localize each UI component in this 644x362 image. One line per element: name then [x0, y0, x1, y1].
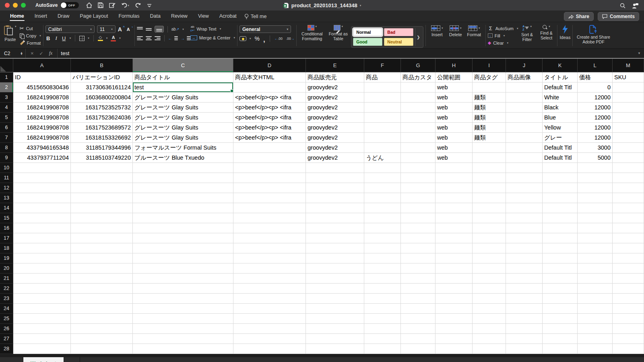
cell-C4[interactable]: グレースーツ Glay Suits	[133, 103, 233, 113]
cell-I26[interactable]	[473, 324, 506, 334]
cell-I6[interactable]: 麺類	[473, 123, 506, 133]
cell-C6[interactable]: グレースーツ Glay Suits	[133, 123, 233, 133]
column-header-H[interactable]: H	[436, 59, 473, 72]
cell-H12[interactable]	[436, 183, 473, 193]
cell-B3[interactable]: 16036800200804	[71, 93, 133, 103]
cell-K1[interactable]: タイトル	[543, 72, 578, 82]
tab-acrobat[interactable]: Acrobat	[214, 11, 242, 21]
cell-A3[interactable]: 1682419908708	[13, 93, 71, 103]
cell-I4[interactable]: 麺類	[473, 103, 506, 113]
cell-J4[interactable]	[506, 103, 543, 113]
cell-I17[interactable]	[473, 233, 506, 243]
cell-M6[interactable]	[613, 123, 644, 133]
cell-K28[interactable]	[543, 344, 578, 354]
cell-J25[interactable]	[506, 314, 543, 324]
cell-M14[interactable]	[613, 203, 644, 213]
cell-A5[interactable]: 1682419908708	[13, 113, 71, 123]
cell-B19[interactable]	[71, 253, 133, 263]
row-header-14[interactable]: 14	[0, 203, 13, 213]
italic-button[interactable]: I	[54, 35, 58, 41]
tell-me-button[interactable]: Tell me	[244, 14, 267, 19]
cell-L4[interactable]: 12000	[578, 103, 613, 113]
cell-D9[interactable]	[233, 153, 306, 163]
autosum-button[interactable]: Σ AutoSum ▾	[488, 25, 518, 31]
cell-F28[interactable]	[364, 344, 401, 354]
cell-D22[interactable]	[233, 284, 306, 294]
cell-K18[interactable]	[543, 243, 578, 253]
cell-I15[interactable]	[473, 213, 506, 223]
decrease-indent-button[interactable]: ←	[168, 35, 178, 41]
cell-K4[interactable]: Black	[543, 103, 578, 113]
style-chip-neutral[interactable]: Neutral	[384, 38, 413, 46]
row-header-28[interactable]: 28	[0, 344, 13, 354]
cell-F27[interactable]	[364, 334, 401, 344]
cell-K23[interactable]	[543, 294, 578, 304]
cell-J11[interactable]	[506, 173, 543, 183]
cell-I7[interactable]: 麺類	[473, 133, 506, 143]
cell-K16[interactable]	[543, 223, 578, 233]
cell-L1[interactable]: 価格	[578, 72, 613, 82]
cell-K17[interactable]	[543, 233, 578, 243]
column-header-F[interactable]: F	[364, 59, 401, 72]
cell-A14[interactable]	[13, 203, 71, 213]
sheet-tab-worksheet[interactable]: Worksheet	[23, 357, 64, 362]
cell-K13[interactable]	[543, 193, 578, 203]
cell-A17[interactable]	[13, 233, 71, 243]
cell-D16[interactable]	[233, 223, 306, 233]
cell-G11[interactable]	[401, 173, 436, 183]
cell-L9[interactable]: 5000	[578, 153, 613, 163]
cell-L14[interactable]	[578, 203, 613, 213]
cell-A2[interactable]: 4515650830436	[13, 82, 71, 93]
cell-C19[interactable]	[133, 253, 233, 263]
cell-I23[interactable]	[473, 294, 506, 304]
cell-H23[interactable]	[436, 294, 473, 304]
cell-L26[interactable]	[578, 324, 613, 334]
cell-H26[interactable]	[436, 324, 473, 334]
cell-C11[interactable]	[133, 173, 233, 183]
cell-A7[interactable]: 1682419908708	[13, 133, 71, 143]
format-as-table-button[interactable]: ▾ Format as Table	[328, 24, 349, 41]
cell-C24[interactable]	[133, 304, 233, 314]
clear-button[interactable]: ◆ Clear ▾	[488, 40, 508, 46]
cell-A8[interactable]: 4337946165348	[13, 143, 71, 153]
cell-L27[interactable]	[578, 334, 613, 344]
cell-A21[interactable]	[13, 274, 71, 284]
cell-E17[interactable]	[306, 233, 364, 243]
cell-M28[interactable]	[613, 344, 644, 354]
cell-F26[interactable]	[364, 324, 401, 334]
cell-E12[interactable]	[306, 183, 364, 193]
cell-I27[interactable]	[473, 334, 506, 344]
cell-J27[interactable]	[506, 334, 543, 344]
cell-K8[interactable]: Default Titl	[543, 143, 578, 153]
cell-H15[interactable]	[436, 213, 473, 223]
format-painter-button[interactable]: Format	[20, 40, 41, 46]
format-cells-button[interactable]: ▾ Format	[465, 24, 483, 37]
cell-G8[interactable]	[401, 143, 436, 153]
fill-button[interactable]: ↓ Fill ▾	[488, 33, 505, 39]
cell-A28[interactable]	[13, 344, 71, 354]
cell-D19[interactable]	[233, 253, 306, 263]
cell-G6[interactable]	[401, 123, 436, 133]
cell-I8[interactable]	[473, 143, 506, 153]
cell-C14[interactable]	[133, 203, 233, 213]
cell-I10[interactable]	[473, 163, 506, 173]
cell-I9[interactable]	[473, 153, 506, 163]
cell-M12[interactable]	[613, 183, 644, 193]
font-color-button[interactable]: A▾	[111, 35, 121, 41]
tab-review[interactable]: Review	[166, 11, 193, 21]
tab-view[interactable]: View	[193, 11, 214, 21]
cell-A23[interactable]	[13, 294, 71, 304]
cell-E5[interactable]: groovydev2	[306, 113, 364, 123]
cell-A11[interactable]	[13, 173, 71, 183]
row-header-5[interactable]: 5	[0, 113, 13, 123]
cell-H11[interactable]	[436, 173, 473, 183]
cut-button[interactable]: ✂ Cut	[20, 25, 41, 31]
cell-G4[interactable]	[401, 103, 436, 113]
cell-B8[interactable]: 31185179344996	[71, 143, 133, 153]
column-header-J[interactable]: J	[506, 59, 543, 72]
merge-center-button[interactable]: ↔ Merge & Center ▾	[190, 35, 235, 41]
align-center-button[interactable]	[146, 36, 152, 41]
style-chip-good[interactable]: Good	[353, 38, 382, 46]
cell-E8[interactable]: groovydev2	[306, 143, 364, 153]
cell-E20[interactable]	[306, 263, 364, 274]
